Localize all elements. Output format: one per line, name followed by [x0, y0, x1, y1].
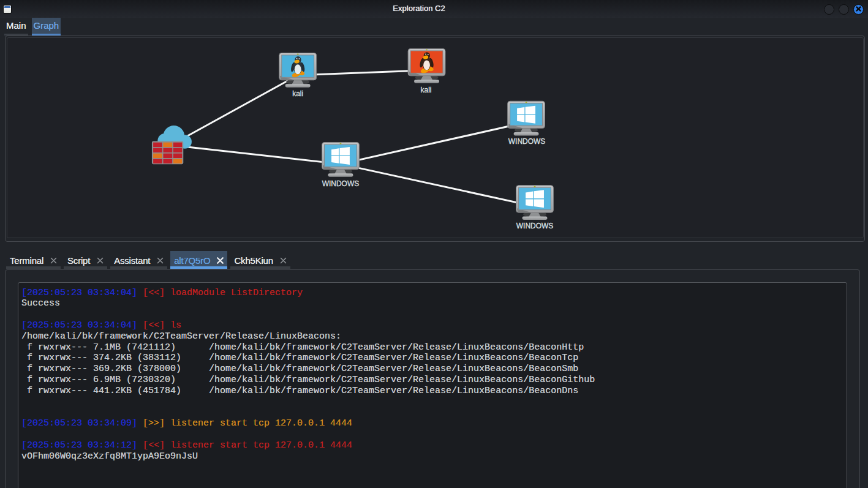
svg-text:WINDOWS: WINDOWS	[322, 179, 359, 188]
svg-text:kali: kali	[292, 89, 303, 98]
svg-text:kali: kali	[421, 86, 432, 94]
svg-text:WINDOWS: WINDOWS	[516, 222, 553, 230]
svg-text:WINDOWS: WINDOWS	[508, 137, 545, 146]
